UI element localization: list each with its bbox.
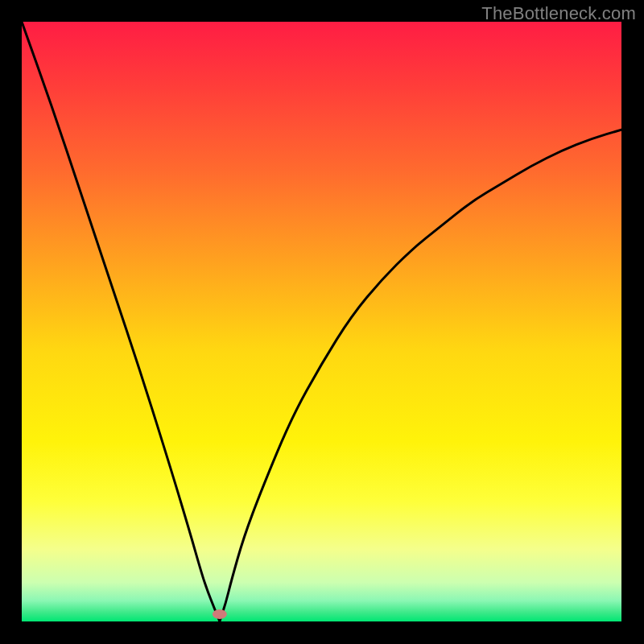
- watermark-text: TheBottleneck.com: [481, 3, 636, 24]
- gradient-background: [22, 22, 621, 621]
- bottleneck-chart: [22, 22, 621, 621]
- notch-marker: [213, 609, 227, 619]
- plot-frame: [22, 22, 621, 621]
